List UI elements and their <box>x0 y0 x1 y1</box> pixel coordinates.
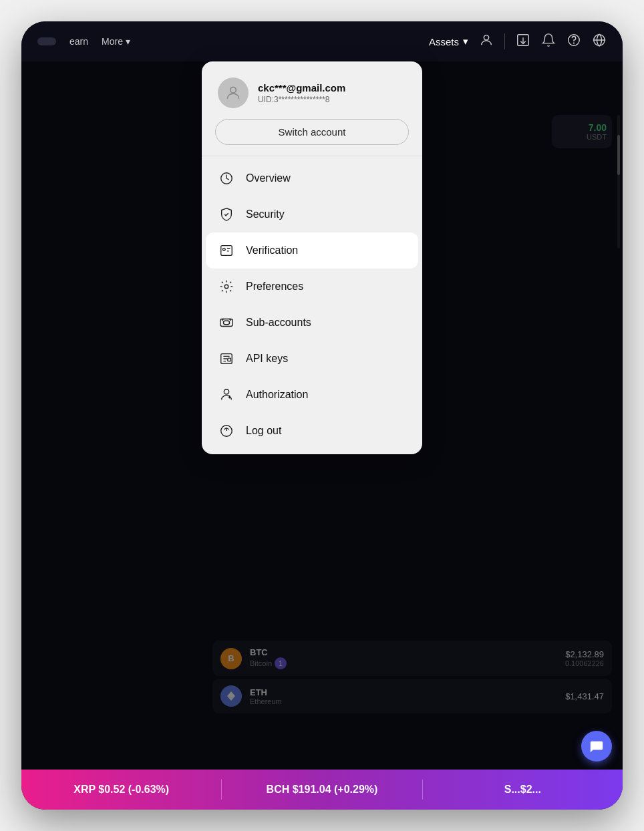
menu-label-sub-accounts: Sub-accounts <box>246 317 311 329</box>
main-content: 7.00 USDT B BTC Bitcoin 1 $2,132.89 <box>21 61 623 770</box>
user-email: ckc***@gmail.com <box>258 82 406 94</box>
api-keys-icon <box>218 350 235 367</box>
avatar-icon <box>224 84 242 102</box>
menu-item-verification[interactable]: Verification <box>206 232 418 269</box>
ticker-item-bch: BCH $191.04 (+0.29%) <box>222 784 422 796</box>
sub-accounts-icon <box>218 314 235 331</box>
user-info: ckc***@gmail.com UID:3***************8 <box>258 82 406 104</box>
ticker-item-s: S...$2... <box>423 784 623 796</box>
help-icon-button[interactable] <box>567 33 581 51</box>
globe-icon-button[interactable] <box>592 33 607 51</box>
nav-pill <box>37 37 56 45</box>
chat-button[interactable] <box>581 731 612 762</box>
bell-icon-button[interactable] <box>541 33 556 51</box>
overview-icon <box>218 170 235 187</box>
ticker-items: XRP $0.52 (-0.63%) BCH $191.04 (+0.29%) … <box>21 780 623 800</box>
menu-divider <box>202 156 422 156</box>
nav-earn[interactable]: earn <box>69 36 88 47</box>
ticker-item-xrp: XRP $0.52 (-0.63%) <box>21 784 221 796</box>
svg-rect-14 <box>228 358 231 361</box>
navbar-right: Assets ▾ <box>429 33 607 51</box>
menu-label-authorization: Authorization <box>246 389 308 401</box>
menu-item-preferences[interactable]: Preferences <box>202 269 422 305</box>
menu-label-api-keys: API keys <box>246 353 288 365</box>
nav-more[interactable]: More ▾ <box>102 36 130 47</box>
svg-point-11 <box>224 285 228 289</box>
menu-label-overview: Overview <box>246 172 291 184</box>
preferences-icon <box>218 278 235 295</box>
menu-label-logout: Log out <box>246 425 281 437</box>
navbar-left: earn More ▾ <box>37 36 418 47</box>
chat-icon <box>589 739 604 754</box>
logout-icon <box>218 422 235 440</box>
user-dropdown-menu: ckc***@gmail.com UID:3***************8 S… <box>202 61 422 454</box>
phone-frame: earn More ▾ Assets ▾ <box>21 21 623 810</box>
user-uid: UID:3***************8 <box>258 95 406 104</box>
svg-point-7 <box>230 87 236 93</box>
menu-item-logout[interactable]: Log out <box>202 413 422 449</box>
download-icon-button[interactable] <box>516 33 530 51</box>
switch-account-wrap: Switch account <box>202 119 422 156</box>
verification-icon <box>218 242 235 259</box>
menu-label-verification: Verification <box>246 244 298 257</box>
svg-point-0 <box>484 35 488 39</box>
switch-account-button[interactable]: Switch account <box>215 119 409 145</box>
navbar-divider <box>504 33 505 49</box>
ticker-bar: XRP $0.52 (-0.63%) BCH $191.04 (+0.29%) … <box>21 770 623 810</box>
svg-point-3 <box>574 43 575 43</box>
assets-button[interactable]: Assets ▾ <box>429 35 468 47</box>
user-section: ckc***@gmail.com UID:3***************8 <box>202 61 422 119</box>
menu-item-overview[interactable]: Overview <box>202 160 422 196</box>
menu-item-authorization[interactable]: Authorization <box>202 377 422 413</box>
svg-rect-9 <box>221 246 232 256</box>
avatar <box>218 77 249 108</box>
menu-item-security[interactable]: Security <box>202 196 422 232</box>
navbar: earn More ▾ Assets ▾ <box>21 21 623 61</box>
menu-item-sub-accounts[interactable]: Sub-accounts <box>202 305 422 341</box>
menu-label-preferences: Preferences <box>246 281 303 293</box>
security-icon <box>218 206 235 223</box>
svg-point-10 <box>223 248 226 251</box>
user-icon-button[interactable] <box>479 33 494 51</box>
menu-label-security: Security <box>246 208 285 220</box>
authorization-icon <box>218 386 235 403</box>
menu-item-api-keys[interactable]: API keys <box>202 341 422 377</box>
svg-point-15 <box>224 389 228 394</box>
